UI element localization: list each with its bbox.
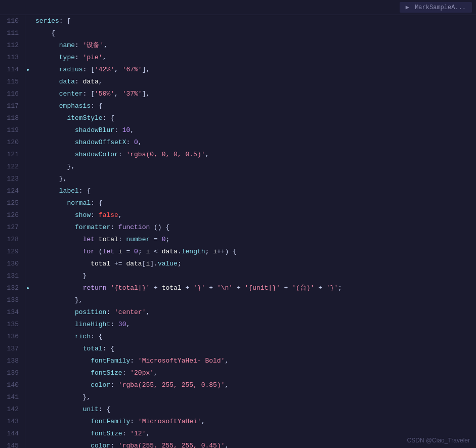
gutter-line [25, 185, 30, 197]
gutter-line [25, 404, 30, 416]
gutter-line [25, 124, 30, 137]
code-line: emphasis: { [35, 100, 476, 112]
code-line: shadowColor: 'rgba(0, 0, 0, 0.5)', [35, 149, 476, 161]
line-number: 121 [4, 149, 19, 161]
gutter-line [25, 428, 30, 440]
line-number: 116 [4, 88, 19, 100]
gutter-line [25, 100, 30, 112]
gutter-line [25, 319, 30, 331]
line-number: 131 [4, 270, 19, 282]
gutter-line [25, 76, 30, 88]
code-line: lineHight: 30, [35, 319, 476, 331]
line-number: 115 [4, 76, 19, 88]
code-line: data: data, [35, 76, 476, 88]
gutter-line [25, 221, 30, 234]
line-number: 144 [4, 428, 19, 440]
gutter-line [25, 234, 30, 246]
code-line: fontFamily: 'MicrosoftYaHei- Bold', [35, 355, 476, 367]
line-number: 128 [4, 234, 19, 246]
gutter-line [25, 258, 30, 270]
gutter-line [25, 209, 30, 221]
line-number: 111 [4, 27, 19, 39]
line-number: 135 [4, 319, 19, 331]
gutter-line [25, 440, 30, 448]
gutter-line [25, 88, 30, 100]
code-line: position: 'center', [35, 306, 476, 319]
line-number: 117 [4, 100, 19, 112]
line-number: 145 [4, 440, 19, 448]
gutter-line [25, 367, 30, 379]
gutter-line [25, 27, 30, 39]
code-line: label: { [35, 185, 476, 197]
code-line: type: 'pie', [35, 52, 476, 64]
gutter-line [25, 246, 30, 258]
line-number: 119 [4, 124, 19, 137]
line-number: 113 [4, 52, 19, 64]
line-number: 141 [4, 391, 19, 404]
line-number: 112 [4, 39, 19, 52]
gutter-indicator [27, 287, 29, 289]
code-line: name: '设备', [35, 39, 476, 52]
code-line: itemStyle: { [35, 112, 476, 124]
code-line: for (let i = 0; i < data.length; i++) { [35, 246, 476, 258]
gutter-line [25, 343, 30, 355]
code-line: shadowOffsetX: 0, [35, 137, 476, 149]
code-line: series: [ [35, 15, 476, 27]
gutter-indicator [27, 69, 29, 71]
line-number: 110 [4, 15, 19, 27]
code-line: formatter: function () { [35, 221, 476, 234]
code-line: shadowBlur: 10, [35, 124, 476, 137]
code-line: } [35, 270, 476, 282]
line-number: 129 [4, 246, 19, 258]
gutter-line [25, 391, 30, 404]
code-line: }, [35, 173, 476, 185]
code-line: return '{total|}' + total + '}' + '\n' +… [35, 282, 476, 294]
code-area: 1101111121131141151161171181191201211221… [0, 15, 476, 448]
gutter [25, 15, 30, 448]
line-number: 123 [4, 173, 19, 185]
code-line: color: 'rgba(255, 255, 255, 0.85)', [35, 379, 476, 391]
line-number: 136 [4, 331, 19, 343]
code-line: total: { [35, 343, 476, 355]
code-line: let total: number = 0; [35, 234, 476, 246]
tab-item[interactable]: ▶ MarkSampleA... [400, 2, 472, 13]
code-line: fontFamily: 'MicrosoftYaHei', [35, 416, 476, 428]
line-number: 114 [4, 64, 19, 76]
gutter-line [25, 112, 30, 124]
code-line: rich: { [35, 331, 476, 343]
line-number: 137 [4, 343, 19, 355]
code-line: }, [35, 161, 476, 173]
code-line: fontSize: '20px', [35, 367, 476, 379]
code-content[interactable]: series: [ { name: '设备', type: 'pie', rad… [30, 15, 476, 448]
line-number: 140 [4, 379, 19, 391]
line-numbers: 1101111121131141151161171181191201211221… [0, 15, 25, 448]
gutter-line [25, 39, 30, 52]
line-number: 122 [4, 161, 19, 173]
line-number: 133 [4, 294, 19, 306]
gutter-line [25, 306, 30, 319]
gutter-line [25, 15, 30, 27]
watermark: CSDN @Ciao_Traveler [407, 437, 470, 444]
code-line: normal: { [35, 197, 476, 209]
code-line: total += data[i].value; [35, 258, 476, 270]
code-line: unit: { [35, 404, 476, 416]
line-number: 125 [4, 197, 19, 209]
gutter-line [25, 149, 30, 161]
code-line: center: ['50%', '37%'], [35, 88, 476, 100]
editor-container: ▶ MarkSampleA... 11011111211311411511611… [0, 0, 476, 448]
gutter-line [25, 282, 30, 294]
line-number: 118 [4, 112, 19, 124]
line-number: 126 [4, 209, 19, 221]
line-number: 120 [4, 137, 19, 149]
gutter-line [25, 331, 30, 343]
tab-label: MarkSampleA... [415, 4, 466, 11]
gutter-line [25, 197, 30, 209]
code-line: radius: ['42%', '67%'], [35, 64, 476, 76]
gutter-line [25, 161, 30, 173]
code-line: }, [35, 294, 476, 306]
gutter-line [25, 52, 30, 64]
gutter-line [25, 355, 30, 367]
code-line: }, [35, 391, 476, 404]
code-line: { [35, 27, 476, 39]
line-number: 124 [4, 185, 19, 197]
